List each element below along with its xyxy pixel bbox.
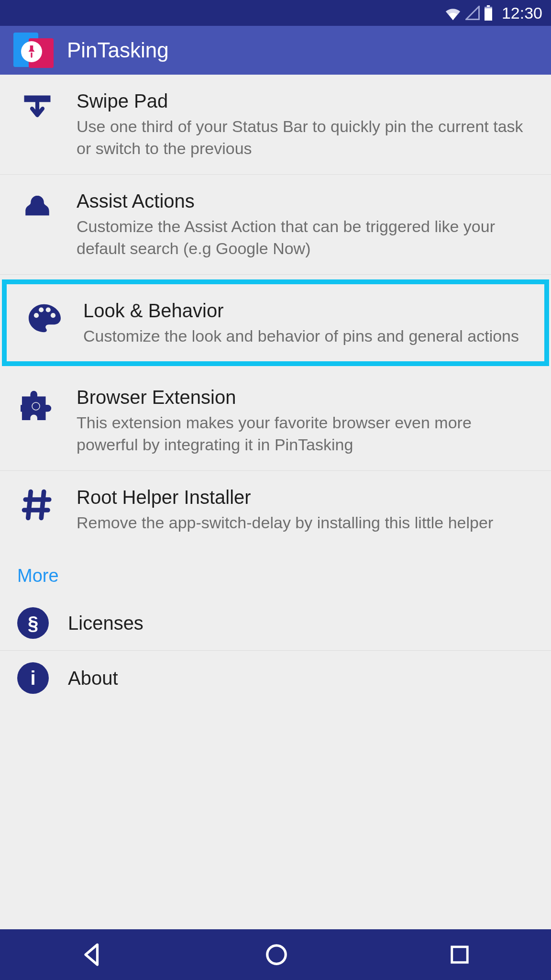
setting-title: Browser Extension: [77, 385, 534, 409]
setting-desc: Customize the look and behavior of pins …: [83, 325, 527, 347]
app-logo-icon: [10, 32, 55, 69]
swipe-pad-icon: [17, 93, 57, 124]
extension-icon: [17, 389, 57, 421]
info-icon: i: [17, 662, 49, 694]
svg-point-11: [267, 946, 286, 964]
svg-point-8: [51, 313, 55, 318]
setting-swipe-pad[interactable]: Swipe Pad Use one third of your Status B…: [0, 75, 551, 175]
home-button[interactable]: [263, 941, 290, 968]
setting-look-behavior[interactable]: Look & Behavior Customize the look and b…: [7, 284, 544, 362]
setting-root-helper[interactable]: Root Helper Installer Remove the app-swi…: [0, 471, 551, 548]
setting-desc: This extension makes your favorite brows…: [77, 412, 534, 456]
setting-desc: Remove the app-switch-delay by installin…: [77, 512, 534, 534]
back-button[interactable]: [79, 941, 106, 968]
status-bar: 12:30: [0, 0, 551, 26]
battery-icon: [484, 5, 493, 21]
svg-point-7: [46, 307, 51, 312]
setting-title: Root Helper Installer: [77, 485, 534, 509]
palette-icon: [24, 302, 64, 334]
section-more: More: [0, 548, 551, 596]
recent-apps-button[interactable]: [447, 942, 472, 967]
section-icon: §: [17, 607, 49, 639]
svg-rect-0: [487, 5, 490, 7]
app-title: PinTasking: [67, 38, 169, 62]
svg-point-5: [34, 313, 39, 318]
setting-assist-actions[interactable]: Assist Actions Customize the Assist Acti…: [0, 175, 551, 275]
setting-desc: Use one third of your Status Bar to quic…: [77, 116, 534, 160]
svg-point-6: [39, 307, 44, 312]
cell-signal-icon: [465, 6, 480, 20]
svg-point-10: [33, 403, 40, 410]
svg-rect-12: [452, 947, 468, 963]
wifi-icon: [444, 6, 462, 20]
more-item-label: Licenses: [68, 612, 143, 634]
assist-icon: [17, 193, 57, 220]
status-time: 12:30: [502, 4, 542, 22]
hash-icon: [17, 489, 57, 521]
more-item-label: About: [68, 668, 118, 689]
svg-point-4: [32, 196, 43, 206]
setting-title: Look & Behavior: [83, 299, 527, 323]
more-about[interactable]: i About: [0, 651, 551, 705]
svg-rect-2: [485, 8, 492, 21]
navigation-bar: [0, 929, 551, 980]
setting-desc: Customize the Assist Action that can be …: [77, 216, 534, 260]
more-licenses[interactable]: § Licenses: [0, 596, 551, 651]
highlighted-setting: Look & Behavior Customize the look and b…: [2, 279, 549, 367]
settings-list: Swipe Pad Use one third of your Status B…: [0, 75, 551, 929]
setting-browser-extension[interactable]: Browser Extension This extension makes y…: [0, 371, 551, 471]
setting-title: Swipe Pad: [77, 89, 534, 113]
setting-title: Assist Actions: [77, 189, 534, 213]
app-bar: PinTasking: [0, 26, 551, 75]
